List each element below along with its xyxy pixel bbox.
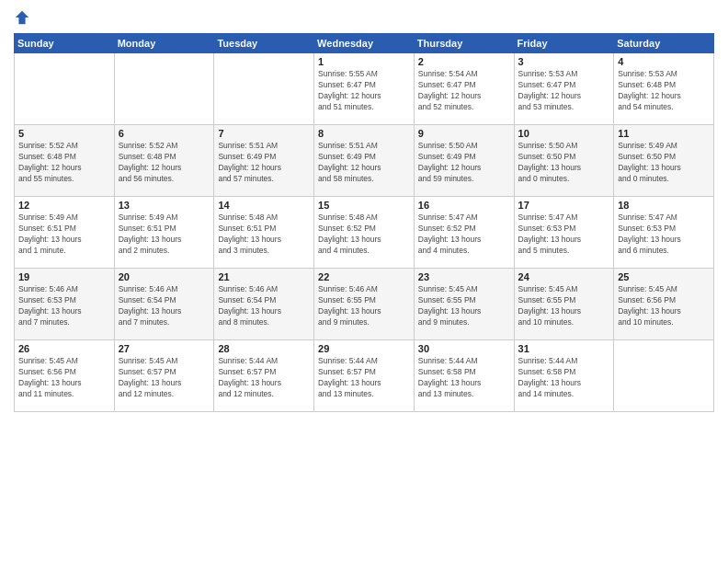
day-info: Sunrise: 5:53 AM Sunset: 6:48 PM Dayligh… xyxy=(618,69,710,113)
day-cell: 26Sunrise: 5:45 AM Sunset: 6:56 PM Dayli… xyxy=(15,340,115,412)
day-info: Sunrise: 5:46 AM Sunset: 6:54 PM Dayligh… xyxy=(218,284,310,328)
day-number: 17 xyxy=(518,200,610,211)
day-cell: 30Sunrise: 5:44 AM Sunset: 6:58 PM Dayli… xyxy=(414,340,514,412)
day-info: Sunrise: 5:45 AM Sunset: 6:57 PM Dayligh… xyxy=(119,356,210,400)
day-info: Sunrise: 5:46 AM Sunset: 6:55 PM Dayligh… xyxy=(318,284,410,328)
day-info: Sunrise: 5:47 AM Sunset: 6:52 PM Dayligh… xyxy=(418,213,510,257)
day-info: Sunrise: 5:44 AM Sunset: 6:57 PM Dayligh… xyxy=(318,356,410,400)
day-info: Sunrise: 5:46 AM Sunset: 6:53 PM Dayligh… xyxy=(18,284,110,328)
col-header-sunday: Sunday xyxy=(15,34,115,53)
col-header-saturday: Saturday xyxy=(614,34,714,53)
day-info: Sunrise: 5:48 AM Sunset: 6:51 PM Dayligh… xyxy=(218,213,310,257)
day-info: Sunrise: 5:45 AM Sunset: 6:55 PM Dayligh… xyxy=(518,284,610,328)
day-number: 7 xyxy=(218,128,310,139)
day-info: Sunrise: 5:45 AM Sunset: 6:55 PM Dayligh… xyxy=(418,284,510,328)
day-number: 15 xyxy=(318,200,410,211)
day-info: Sunrise: 5:50 AM Sunset: 6:50 PM Dayligh… xyxy=(518,141,610,185)
day-info: Sunrise: 5:44 AM Sunset: 6:58 PM Dayligh… xyxy=(518,356,610,400)
day-cell: 18Sunrise: 5:47 AM Sunset: 6:53 PM Dayli… xyxy=(614,197,714,269)
calendar-table: SundayMondayTuesdayWednesdayThursdayFrid… xyxy=(14,33,714,412)
logo-icon xyxy=(14,9,30,26)
day-number: 27 xyxy=(119,343,210,354)
week-row-2: 5Sunrise: 5:52 AM Sunset: 6:48 PM Daylig… xyxy=(15,125,714,197)
day-number: 1 xyxy=(318,56,410,67)
day-info: Sunrise: 5:45 AM Sunset: 6:56 PM Dayligh… xyxy=(18,356,110,400)
day-info: Sunrise: 5:44 AM Sunset: 6:57 PM Dayligh… xyxy=(218,356,310,400)
day-info: Sunrise: 5:51 AM Sunset: 6:49 PM Dayligh… xyxy=(318,141,410,185)
week-row-5: 26Sunrise: 5:45 AM Sunset: 6:56 PM Dayli… xyxy=(15,340,714,412)
day-number: 19 xyxy=(18,271,110,282)
day-number: 8 xyxy=(318,128,410,139)
day-number: 31 xyxy=(518,343,610,354)
day-info: Sunrise: 5:50 AM Sunset: 6:49 PM Dayligh… xyxy=(418,141,510,185)
day-number: 18 xyxy=(618,200,710,211)
day-cell: 31Sunrise: 5:44 AM Sunset: 6:58 PM Dayli… xyxy=(514,340,614,412)
day-number: 11 xyxy=(618,128,710,139)
day-cell: 29Sunrise: 5:44 AM Sunset: 6:57 PM Dayli… xyxy=(314,340,415,412)
day-number: 3 xyxy=(518,56,610,67)
day-info: Sunrise: 5:55 AM Sunset: 6:47 PM Dayligh… xyxy=(318,69,410,113)
day-cell: 11Sunrise: 5:49 AM Sunset: 6:50 PM Dayli… xyxy=(614,125,714,197)
svg-marker-0 xyxy=(16,11,28,24)
day-cell: 28Sunrise: 5:44 AM Sunset: 6:57 PM Dayli… xyxy=(214,340,314,412)
day-info: Sunrise: 5:46 AM Sunset: 6:54 PM Dayligh… xyxy=(119,284,210,328)
day-number: 28 xyxy=(218,343,310,354)
day-cell: 25Sunrise: 5:45 AM Sunset: 6:56 PM Dayli… xyxy=(614,269,714,340)
day-cell: 12Sunrise: 5:49 AM Sunset: 6:51 PM Dayli… xyxy=(15,197,115,269)
day-number: 21 xyxy=(218,271,310,282)
day-cell: 20Sunrise: 5:46 AM Sunset: 6:54 PM Dayli… xyxy=(114,269,214,340)
day-number: 2 xyxy=(418,56,510,67)
day-cell: 1Sunrise: 5:55 AM Sunset: 6:47 PM Daylig… xyxy=(314,53,415,125)
day-number: 25 xyxy=(618,271,710,282)
day-number: 4 xyxy=(618,56,710,67)
day-cell: 27Sunrise: 5:45 AM Sunset: 6:57 PM Dayli… xyxy=(114,340,214,412)
col-header-friday: Friday xyxy=(514,34,614,53)
col-header-tuesday: Tuesday xyxy=(214,34,314,53)
page: SundayMondayTuesdayWednesdayThursdayFrid… xyxy=(0,0,728,563)
day-number: 26 xyxy=(18,343,110,354)
col-header-thursday: Thursday xyxy=(414,34,514,53)
day-cell: 17Sunrise: 5:47 AM Sunset: 6:53 PM Dayli… xyxy=(514,197,614,269)
week-row-4: 19Sunrise: 5:46 AM Sunset: 6:53 PM Dayli… xyxy=(15,269,714,340)
day-cell: 23Sunrise: 5:45 AM Sunset: 6:55 PM Dayli… xyxy=(414,269,514,340)
day-cell: 2Sunrise: 5:54 AM Sunset: 6:47 PM Daylig… xyxy=(414,53,514,125)
logo xyxy=(14,9,32,26)
day-number: 13 xyxy=(119,200,210,211)
day-info: Sunrise: 5:49 AM Sunset: 6:51 PM Dayligh… xyxy=(18,213,110,257)
col-header-wednesday: Wednesday xyxy=(314,34,415,53)
day-cell: 6Sunrise: 5:52 AM Sunset: 6:48 PM Daylig… xyxy=(114,125,214,197)
day-info: Sunrise: 5:52 AM Sunset: 6:48 PM Dayligh… xyxy=(119,141,210,185)
day-cell xyxy=(15,53,115,125)
day-number: 9 xyxy=(418,128,510,139)
day-number: 23 xyxy=(418,271,510,282)
day-info: Sunrise: 5:52 AM Sunset: 6:48 PM Dayligh… xyxy=(18,141,110,185)
day-info: Sunrise: 5:51 AM Sunset: 6:49 PM Dayligh… xyxy=(218,141,310,185)
day-info: Sunrise: 5:54 AM Sunset: 6:47 PM Dayligh… xyxy=(418,69,510,113)
day-cell: 4Sunrise: 5:53 AM Sunset: 6:48 PM Daylig… xyxy=(614,53,714,125)
day-info: Sunrise: 5:47 AM Sunset: 6:53 PM Dayligh… xyxy=(618,213,710,257)
day-info: Sunrise: 5:44 AM Sunset: 6:58 PM Dayligh… xyxy=(418,356,510,400)
day-number: 29 xyxy=(318,343,410,354)
day-cell: 21Sunrise: 5:46 AM Sunset: 6:54 PM Dayli… xyxy=(214,269,314,340)
day-info: Sunrise: 5:53 AM Sunset: 6:47 PM Dayligh… xyxy=(518,69,610,113)
day-number: 14 xyxy=(218,200,310,211)
day-cell: 16Sunrise: 5:47 AM Sunset: 6:52 PM Dayli… xyxy=(414,197,514,269)
day-number: 16 xyxy=(418,200,510,211)
day-cell: 13Sunrise: 5:49 AM Sunset: 6:51 PM Dayli… xyxy=(114,197,214,269)
day-cell xyxy=(214,53,314,125)
week-row-3: 12Sunrise: 5:49 AM Sunset: 6:51 PM Dayli… xyxy=(15,197,714,269)
day-cell: 7Sunrise: 5:51 AM Sunset: 6:49 PM Daylig… xyxy=(214,125,314,197)
day-cell: 3Sunrise: 5:53 AM Sunset: 6:47 PM Daylig… xyxy=(514,53,614,125)
week-row-1: 1Sunrise: 5:55 AM Sunset: 6:47 PM Daylig… xyxy=(15,53,714,125)
day-number: 24 xyxy=(518,271,610,282)
day-cell xyxy=(114,53,214,125)
day-cell: 14Sunrise: 5:48 AM Sunset: 6:51 PM Dayli… xyxy=(214,197,314,269)
day-number: 20 xyxy=(119,271,210,282)
day-info: Sunrise: 5:45 AM Sunset: 6:56 PM Dayligh… xyxy=(618,284,710,328)
day-info: Sunrise: 5:49 AM Sunset: 6:51 PM Dayligh… xyxy=(119,213,210,257)
header-row: SundayMondayTuesdayWednesdayThursdayFrid… xyxy=(15,34,714,53)
day-number: 12 xyxy=(18,200,110,211)
day-cell: 5Sunrise: 5:52 AM Sunset: 6:48 PM Daylig… xyxy=(15,125,115,197)
day-number: 30 xyxy=(418,343,510,354)
day-cell: 8Sunrise: 5:51 AM Sunset: 6:49 PM Daylig… xyxy=(314,125,415,197)
